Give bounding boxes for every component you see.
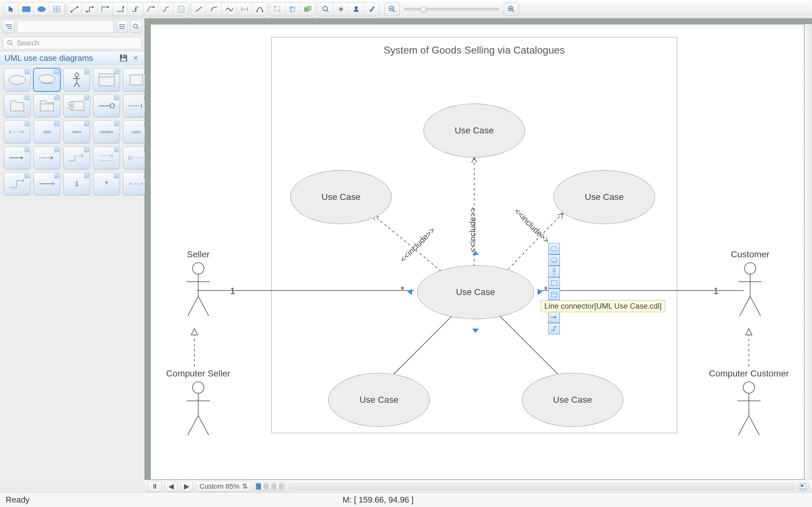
stencil-mult-star[interactable]: * <box>93 172 120 195</box>
svg-rect-131 <box>801 485 803 487</box>
palette-connector-icon[interactable] <box>548 323 560 334</box>
palette-use-case-ext-icon[interactable] <box>548 255 560 266</box>
smart-connector-tool[interactable] <box>82 3 97 16</box>
stencil-stereo-in[interactable]: «in» <box>34 120 60 143</box>
palette-note-icon[interactable] <box>548 289 560 300</box>
svg-rect-24 <box>290 7 295 11</box>
bezier-tool[interactable] <box>252 3 267 16</box>
zoom-slider-thumb[interactable] <box>420 6 426 13</box>
stencil-folder[interactable] <box>4 95 31 117</box>
palette-use-case-icon[interactable] <box>548 243 560 255</box>
use-case-center[interactable]: Use Case <box>417 265 534 319</box>
library-filter-input[interactable] <box>17 20 114 33</box>
pan-tool[interactable] <box>334 3 349 16</box>
selection-handle-right[interactable] <box>538 289 542 295</box>
use-case-top[interactable]: Use Case <box>423 104 525 158</box>
palette-arrow-icon[interactable] <box>548 312 560 323</box>
zoom-level-selector[interactable]: Custom 85% ⇅ <box>196 481 251 492</box>
zoom-in-button[interactable] <box>504 3 519 16</box>
stepper-icon: ⇅ <box>242 482 248 491</box>
svg-rect-11 <box>122 6 124 8</box>
stencil-system-boundary[interactable] <box>93 68 120 91</box>
horizontal-scrollbar[interactable] <box>289 483 794 490</box>
eyedropper-tool[interactable] <box>364 3 379 16</box>
spline-tool[interactable] <box>222 3 237 16</box>
actor-computer-customer[interactable]: Computer Customer <box>695 369 803 438</box>
stencil-arrow-r[interactable] <box>4 147 31 169</box>
rect-shape-tool[interactable] <box>19 3 34 16</box>
use-case-right[interactable]: Use Case <box>554 170 655 224</box>
palette-boundary-icon[interactable] <box>548 277 560 289</box>
search-input[interactable] <box>3 37 142 49</box>
list-view-toggle[interactable] <box>116 20 128 33</box>
stencil-stereo-com[interactable]: «com» <box>93 120 120 143</box>
view-mode-toggles[interactable] <box>254 482 286 491</box>
zoom-slider[interactable] <box>404 8 499 10</box>
connector-style-1[interactable] <box>97 3 113 16</box>
library-search-button[interactable] <box>131 20 142 33</box>
edit-points-tool[interactable] <box>270 3 285 16</box>
pointer-tool[interactable] <box>3 3 19 16</box>
svg-line-101 <box>188 296 198 316</box>
svg-point-33 <box>355 6 358 8</box>
page-nav-pause[interactable]: ⏸ <box>148 481 162 492</box>
arc-tool[interactable] <box>206 3 222 16</box>
svg-rect-64 <box>71 101 84 110</box>
ellipse-shape-tool[interactable] <box>34 3 49 16</box>
stencil-folder-open[interactable] <box>34 95 60 117</box>
stencil-use-case-ext[interactable] <box>34 68 60 91</box>
stencil-gen-arrow[interactable] <box>34 172 60 195</box>
stencil-realize[interactable] <box>63 147 90 169</box>
connector-style-4[interactable] <box>143 3 158 16</box>
zoom-out-button[interactable] <box>385 3 400 16</box>
actor-seller[interactable]: Seller <box>173 249 223 319</box>
selection-handle-left[interactable] <box>408 289 412 295</box>
connector-style-5[interactable] <box>158 3 173 16</box>
line-tool[interactable] <box>191 3 206 16</box>
page-nav-next[interactable]: ▶ <box>181 481 193 492</box>
svg-text:»: » <box>141 181 143 186</box>
stencil-assoc-1[interactable]: 1 <box>4 120 31 143</box>
table-tool[interactable] <box>49 3 64 16</box>
insert-object-tool[interactable] <box>173 3 189 16</box>
stencil-panel-header[interactable]: UML use case diagrams 💾 ✕ <box>0 51 144 65</box>
svg-rect-28 <box>307 6 311 10</box>
page-nav-prev[interactable]: ◀ <box>165 481 177 492</box>
svg-rect-127 <box>551 292 557 297</box>
use-case-left[interactable]: Use Case <box>290 170 392 224</box>
zoom-tool[interactable] <box>318 3 334 16</box>
direct-connector-tool[interactable] <box>67 3 82 16</box>
sidebar: UML use case diagrams 💾 ✕ 1 «in» «ex» «c… <box>0 18 145 480</box>
connector-style-3[interactable] <box>128 3 143 16</box>
dimension-tool[interactable] <box>237 3 252 16</box>
outline-toggle[interactable] <box>3 20 14 33</box>
panel-save-icon[interactable]: 💾 <box>119 54 128 62</box>
svg-line-59 <box>77 82 80 87</box>
stencil-actor[interactable] <box>63 68 90 91</box>
svg-line-117 <box>749 415 759 435</box>
stencil-use-case[interactable] <box>4 68 31 91</box>
connector-style-2[interactable] <box>113 3 128 16</box>
stencil-branch[interactable] <box>4 172 31 195</box>
use-case-bottom-left[interactable]: Use Case <box>328 373 430 427</box>
actor-computer-seller[interactable]: Computer Seller <box>154 369 243 438</box>
palette-actor-icon[interactable] <box>548 266 560 277</box>
stencil-dash-arrow[interactable] <box>34 147 60 169</box>
crop-tool[interactable] <box>285 3 300 16</box>
canvas[interactable]: System of Goods Selling via Catalogues U… <box>150 24 804 480</box>
stencil-component[interactable] <box>63 95 90 117</box>
stamp-tool[interactable] <box>349 3 364 16</box>
smart-shape-palette[interactable] <box>548 243 560 334</box>
panel-close-icon[interactable]: ✕ <box>131 54 140 62</box>
overview-toggle[interactable] <box>798 483 809 490</box>
stencil-interface[interactable] <box>93 95 120 117</box>
selection-handle-bottom[interactable] <box>472 329 478 333</box>
stencil-mult-1[interactable]: 1 <box>63 172 90 195</box>
stencil-dependency[interactable] <box>93 147 120 169</box>
actor-customer[interactable]: Customer <box>722 249 779 319</box>
group-tool[interactable] <box>300 3 316 16</box>
svg-point-98 <box>193 263 204 274</box>
use-case-bottom-right[interactable]: Use Case <box>522 373 623 427</box>
stencil-stereo-ex[interactable]: «ex» <box>63 120 90 143</box>
vertical-scrollbar[interactable] <box>804 24 812 480</box>
